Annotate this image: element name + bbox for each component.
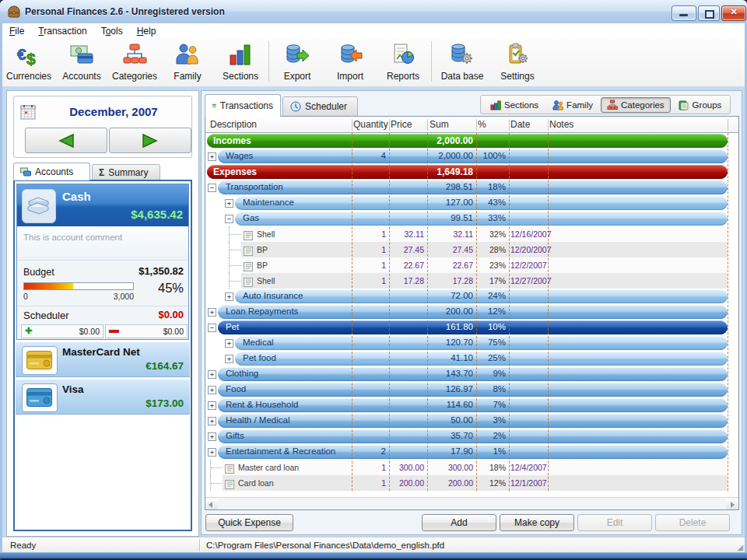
next-month-button[interactable] — [109, 128, 191, 153]
tab-summary[interactable]: Σ Summary — [92, 164, 160, 180]
table-row[interactable]: +Medical120.7075% — [205, 335, 738, 351]
row-pct: 3% — [479, 415, 506, 425]
expand-icon[interactable]: + — [208, 432, 216, 441]
toolbar-family[interactable]: Family — [161, 38, 214, 82]
expand-icon[interactable]: + — [208, 401, 216, 410]
row-description: BP — [257, 245, 268, 254]
table-row[interactable]: Shell132.1132.1132%12/16/2007 — [205, 226, 738, 242]
row-sum: 22.67 — [430, 261, 473, 270]
toolbar-reports[interactable]: Reports — [377, 38, 430, 82]
column-header-notes[interactable]: Notes — [549, 119, 573, 130]
account-row-mastercard[interactable]: MasterCard Net €164.67 — [16, 341, 190, 377]
account-row-visa[interactable]: Visa $173.00 — [16, 379, 190, 415]
toolbar-categories[interactable]: Categories — [108, 38, 161, 82]
close-button[interactable]: ✕ — [721, 5, 746, 21]
row-sum: 2,000.00 — [430, 151, 473, 160]
restore-button[interactable] — [698, 5, 720, 21]
table-row[interactable]: Shell117.2817.2817%12/27/2007 — [205, 273, 738, 289]
column-header-description[interactable]: Description — [210, 119, 257, 130]
account-card-cash[interactable]: Cash $4,635.42 This is account comment B… — [16, 184, 189, 340]
expand-icon[interactable]: + — [225, 355, 233, 363]
add-button[interactable]: Add — [422, 514, 496, 531]
row-pct: 2% — [479, 431, 506, 440]
expand-icon[interactable]: + — [208, 448, 216, 457]
app-window: Personal Finances 2.6 - Unregistered ver… — [0, 0, 747, 560]
table-row[interactable]: +Clothing143.709% — [205, 366, 738, 382]
column-header-percent[interactable]: % — [478, 119, 486, 130]
toolbar-accounts[interactable]: Accounts — [55, 38, 108, 82]
collapse-icon[interactable]: − — [208, 184, 216, 192]
expand-icon[interactable]: + — [208, 308, 216, 317]
table-row[interactable]: +Auto Insurance72.0024% — [205, 289, 738, 304]
menu-help[interactable]: Help — [130, 24, 163, 38]
tab-accounts[interactable]: Accounts — [13, 163, 90, 180]
receipt-icon — [243, 261, 253, 270]
status-separator — [199, 539, 200, 551]
expand-icon[interactable]: + — [225, 339, 233, 348]
expand-icon[interactable]: + — [225, 292, 233, 301]
table-row[interactable]: −Transportation298.5118% — [205, 180, 738, 195]
row-pct: 12% — [479, 306, 506, 316]
table-row[interactable]: Master card loan1300.00300.0018%12/4/200… — [205, 460, 738, 475]
table-row[interactable]: Expenses1,649.18 — [205, 164, 738, 180]
table-row-selected[interactable]: −Pet161.8010% — [205, 320, 738, 335]
view-button-categories[interactable]: Categories — [601, 97, 671, 113]
file-path: C:\Program Files\Personal Finances\Data\… — [206, 541, 444, 550]
row-description: Rent & Household — [226, 400, 298, 409]
menu-transaction[interactable]: Transaction — [31, 24, 93, 38]
table-row[interactable]: +Entertainment & Recreation217.901% — [205, 444, 738, 460]
toolbar-database[interactable]: Data base — [433, 38, 491, 82]
column-header-quantity[interactable]: Quantity — [353, 119, 388, 130]
expand-icon[interactable]: + — [225, 199, 233, 208]
table-row[interactable]: +Health / Medical50.003% — [205, 413, 738, 429]
table-row[interactable]: +Wages42,000.00100% — [205, 149, 738, 164]
toolbar-export[interactable]: Export — [271, 38, 324, 82]
table-row[interactable]: +Maintenance127.0043% — [205, 195, 738, 211]
table-row[interactable]: Card loan1200.00200.0012%12/1/2007 — [205, 475, 738, 491]
view-button-groups[interactable]: Groups — [672, 97, 728, 113]
table-row[interactable]: +Pet food41.1025% — [205, 351, 738, 366]
collapse-icon[interactable]: − — [225, 215, 233, 223]
table-row[interactable]: +Loan Repayments200.0012% — [205, 304, 738, 320]
tab-transactions[interactable]: Transactions — [205, 94, 281, 117]
toolbar-settings[interactable]: Settings — [491, 38, 544, 82]
expand-icon[interactable]: + — [208, 152, 216, 161]
quick-expense-button[interactable]: Quick Expense — [205, 514, 293, 531]
header-separator — [352, 119, 352, 131]
horizontal-scrollbar[interactable] — [205, 497, 738, 509]
expand-icon[interactable]: + — [208, 417, 216, 425]
collapse-icon[interactable]: − — [208, 324, 216, 332]
scroll-left-button[interactable] — [205, 499, 218, 509]
menu-file[interactable]: File — [2, 24, 31, 38]
row-description: Loan Repayments — [226, 306, 298, 316]
table-row[interactable]: BP127.4527.4528%12/20/2007 — [205, 242, 738, 257]
resize-grip[interactable]: ◢ — [737, 543, 743, 551]
table-row[interactable]: BP122.6722.6723%12/2/2007 — [205, 257, 738, 273]
table-row[interactable]: −Gas99.5133% — [205, 211, 738, 226]
table-gap — [205, 491, 738, 497]
menu-tools[interactable]: Tools — [94, 24, 130, 38]
toolbar-sections[interactable]: Sections — [214, 38, 267, 82]
tab-scheduler[interactable]: Scheduler — [282, 96, 358, 117]
column-header-date[interactable]: Date — [510, 119, 530, 130]
toolbar-currencies[interactable]: €$ Currencies — [2, 38, 55, 82]
minimize-button[interactable] — [672, 5, 696, 21]
table-row[interactable]: Incomes2,000.00 — [205, 133, 738, 149]
row-qty: 1 — [353, 229, 386, 239]
table-row[interactable]: +Rent & Household114.607% — [205, 397, 738, 413]
column-header-price[interactable]: Price — [391, 119, 412, 130]
view-button-family[interactable]: Family — [546, 97, 599, 113]
expand-icon[interactable]: + — [208, 386, 216, 394]
column-header-sum[interactable]: Sum — [430, 119, 449, 130]
toolbar-import[interactable]: Import — [324, 38, 377, 82]
toolbar: €$ Currencies Accounts Categories Family… — [2, 38, 745, 87]
make-copy-button[interactable]: Make copy — [500, 514, 574, 531]
view-button-sections[interactable]: Sections — [484, 97, 545, 113]
scroll-right-button[interactable] — [726, 499, 738, 509]
row-pct: 18% — [479, 463, 506, 472]
table-row[interactable]: +Food126.978% — [205, 382, 738, 397]
table-row[interactable]: +Gifts35.702% — [205, 429, 738, 444]
accounts-list-panel: Cash $4,635.42 This is account comment B… — [13, 180, 192, 531]
expand-icon[interactable]: + — [208, 370, 216, 379]
previous-month-button[interactable] — [25, 128, 107, 153]
